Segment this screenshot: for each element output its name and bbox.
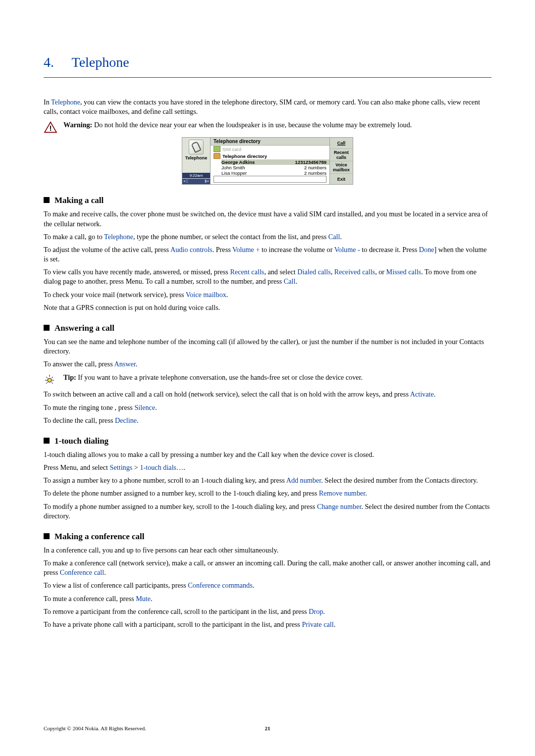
section-answering-call: Answering a call You can see the name an… — [44, 323, 491, 425]
body-text: To make a conference call (network servi… — [44, 558, 491, 577]
svg-text:!: ! — [49, 124, 52, 132]
warning-label: Warning: — [63, 121, 92, 129]
body-text: Note that a GPRS connection is put on ho… — [44, 303, 491, 312]
list-item: John Smith2 numbers — [221, 165, 329, 170]
svg-line-10 — [46, 382, 48, 384]
section-title: Making a call — [44, 196, 491, 205]
body-text: To check your voice mail (network servic… — [44, 290, 491, 300]
device-status-bar: ▸▯▮◂ — [182, 179, 210, 184]
link-volume-up: Volume + — [232, 246, 260, 253]
section-title: Making a conference call — [44, 532, 491, 542]
body-text: To view a list of conference call partic… — [44, 581, 491, 590]
device-softkeys: Call Recent calls Voice mailbox Exit — [329, 138, 353, 184]
body-text: To answer the call, press Answer. — [44, 359, 491, 369]
body-text: To adjust the volume of the active call,… — [44, 245, 491, 264]
copyright-text: Copyright © 2004 Nokia. All Rights Reser… — [44, 725, 146, 731]
body-text: You can see the name and telephone numbe… — [44, 337, 491, 356]
page-number: 21 — [265, 725, 270, 731]
warning-text: Do not hold the device near your ear whe… — [92, 121, 412, 129]
section-making-call: Making a call To make and receive calls,… — [44, 196, 491, 312]
folder-icon — [214, 153, 220, 159]
link-remove-number: Remove number — [319, 489, 365, 497]
body-text: To mute a conference call, press Mute. — [44, 594, 491, 604]
body-text: To assign a number key to a phone number… — [44, 476, 491, 485]
softkey-exit: Exit — [330, 174, 353, 185]
body-text: To view calls you have recently made, an… — [44, 267, 491, 286]
link-received-calls: Received calls — [334, 268, 375, 276]
link-telephone: Telephone — [51, 98, 80, 106]
section-title: 1-touch dialing — [44, 436, 491, 446]
link-call: Call — [328, 233, 340, 241]
section-conference: Making a conference call In a conference… — [44, 532, 491, 629]
section-title: Answering a call — [44, 323, 491, 333]
tip-label: Tip: — [63, 373, 76, 381]
device-header: Telephone directory — [211, 138, 329, 146]
chapter-title: 4. Telephone — [44, 54, 491, 78]
softkey-call: Call — [330, 138, 353, 149]
link-add-number: Add number — [286, 476, 321, 484]
link-private-call: Private call — [302, 620, 333, 628]
link-recent-calls: Recent calls — [230, 268, 264, 276]
tip-icon — [44, 374, 57, 386]
body-text: To make and receive calls, the cover pho… — [44, 209, 491, 228]
link-call: Call — [284, 277, 296, 285]
softkey-voicemail: Voice mailbox — [330, 161, 353, 174]
telephone-app-icon — [189, 140, 204, 154]
body-text: To switch between an active call and a c… — [44, 390, 491, 399]
list-item: Lisa Hopper2 numbers — [221, 170, 329, 176]
link-settings: Settings — [110, 463, 133, 471]
link-done: Done — [419, 246, 434, 253]
link-drop: Drop — [309, 607, 323, 615]
svg-point-3 — [48, 378, 52, 382]
body-text: In a conference call, you and up to five… — [44, 546, 491, 555]
link-dialed-calls: Dialed calls — [297, 268, 330, 276]
tip-note: Tip: If you want to have a private telep… — [44, 373, 491, 386]
link-conference-call: Conference call — [60, 568, 104, 576]
tip-text: If you want to have a private telephone … — [76, 373, 363, 381]
link-voice-mailbox: Voice mailbox — [186, 291, 226, 299]
warning-icon: ! — [44, 121, 57, 133]
svg-line-9 — [52, 377, 53, 378]
device-main: Telephone directory SIM card Telephone d… — [211, 138, 329, 184]
link-change-number: Change number — [317, 503, 361, 510]
device-contact-list: George Adkins123123456789 John Smith2 nu… — [211, 159, 329, 176]
body-text: Press Menu, and select Settings > 1-touc… — [44, 463, 491, 472]
page-footer: Copyright © 2004 Nokia. All Rights Reser… — [44, 725, 491, 731]
body-text: To delete the phone number assigned to a… — [44, 489, 491, 498]
body-text: To modify a phone number assigned to a n… — [44, 502, 491, 521]
section-one-touch: 1-touch dialing 1-touch dialing allows y… — [44, 436, 491, 521]
chapter-number: 4. — [44, 54, 68, 70]
body-text: To have a private phone call with a part… — [44, 620, 491, 629]
device-dir-row: Telephone directory — [211, 152, 329, 159]
sim-icon — [214, 146, 220, 152]
link-1touch-dials: 1-touch dials… — [140, 463, 183, 471]
body-text: To make a call, go to Telephone, type th… — [44, 232, 491, 242]
link-answer: Answer — [114, 360, 135, 368]
chapter-name: Telephone — [72, 54, 129, 70]
body-text: To remove a participant from the confere… — [44, 607, 491, 616]
link-audio-controls: Audio controls — [170, 246, 213, 253]
link-activate: Activate — [410, 390, 434, 398]
body-text: To mute the ringing tone , press Silence… — [44, 403, 491, 412]
list-item: George Adkins123123456789 — [221, 159, 329, 165]
softkey-recent: Recent calls — [330, 149, 353, 161]
body-text: To decline the call, press Decline. — [44, 416, 491, 425]
device-screenshot: Telephone 9:22am ▸▯▮◂ Telephone director… — [182, 137, 353, 185]
link-missed-calls: Missed calls — [386, 268, 422, 276]
link-conference-commands: Conference commands — [188, 581, 252, 589]
link-volume-down: Volume - — [334, 246, 360, 253]
link-mute: Mute — [136, 595, 151, 603]
link-decline: Decline — [115, 416, 137, 424]
device-left-label: Telephone — [182, 155, 210, 160]
svg-line-8 — [46, 377, 48, 378]
link-telephone: Telephone — [104, 233, 133, 241]
link-silence: Silence — [134, 403, 155, 411]
device-left-panel: Telephone 9:22am ▸▯▮◂ — [182, 138, 211, 184]
warning-note: ! Warning: Do not hold the device near y… — [44, 120, 491, 133]
svg-line-11 — [52, 382, 53, 384]
device-sim-row: SIM card — [211, 146, 329, 152]
device-input — [214, 176, 326, 183]
intro-paragraph: In Telephone, you can view the contacts … — [44, 98, 491, 116]
device-time: 9:22am — [182, 173, 210, 178]
body-text: 1-touch dialing allows you to make a cal… — [44, 450, 491, 459]
